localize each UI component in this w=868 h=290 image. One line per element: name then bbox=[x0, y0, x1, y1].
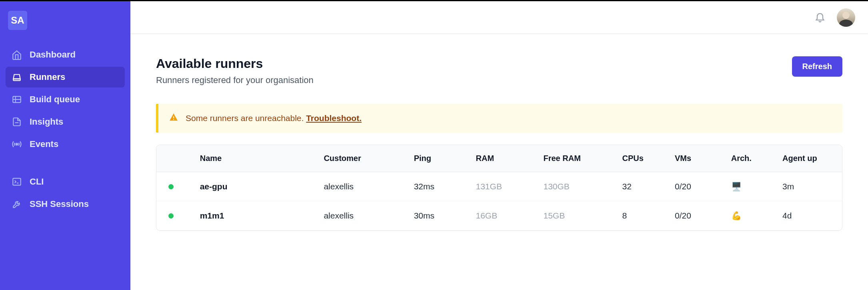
notifications-button[interactable] bbox=[813, 10, 827, 25]
col-ping: Ping bbox=[406, 145, 468, 172]
cell-vms: 0/20 bbox=[667, 172, 723, 201]
cell-agent-up: 3m bbox=[774, 172, 842, 201]
cell-agent-up: 4d bbox=[774, 201, 842, 230]
page-title: Available runners bbox=[156, 56, 314, 71]
cell-arch: 💪 bbox=[723, 201, 774, 230]
cell-customer: alexellis bbox=[316, 201, 406, 230]
svg-rect-6 bbox=[13, 178, 21, 185]
col-cpus: CPUs bbox=[614, 145, 667, 172]
col-arch: Arch. bbox=[723, 145, 774, 172]
cell-name: m1m1 bbox=[192, 201, 316, 230]
brand-logo[interactable]: SA bbox=[8, 11, 27, 30]
page-header: Available runners Runners registered for… bbox=[156, 56, 842, 85]
table-row[interactable]: ae-gpu alexellis 32ms 131GB 130GB 32 0/2… bbox=[156, 172, 842, 201]
alert-message: Some runners are unreachable. bbox=[186, 113, 306, 123]
cell-ram: 16GB bbox=[468, 201, 536, 230]
file-icon bbox=[11, 116, 22, 127]
svg-point-5 bbox=[16, 143, 18, 145]
home-icon bbox=[11, 49, 22, 60]
alert-banner: Some runners are unreachable. Troublesho… bbox=[156, 104, 842, 133]
broadcast-icon bbox=[11, 139, 22, 150]
col-name: Name bbox=[192, 145, 316, 172]
status-dot-icon bbox=[168, 213, 174, 218]
cell-free-ram: 130GB bbox=[535, 172, 614, 201]
cell-free-ram: 15GB bbox=[535, 201, 614, 230]
page-subtitle: Runners registered for your organisation bbox=[156, 75, 314, 85]
sidebar-item-label: Insights bbox=[30, 117, 63, 127]
sidebar-item-cli[interactable]: CLI bbox=[6, 171, 125, 192]
runners-table: Name Customer Ping RAM Free RAM CPUs VMs… bbox=[156, 145, 842, 231]
sidebar-item-label: Events bbox=[30, 139, 58, 149]
cell-customer: alexellis bbox=[316, 172, 406, 201]
cell-vms: 0/20 bbox=[667, 201, 723, 230]
sidebar-item-label: CLI bbox=[30, 177, 44, 187]
bell-icon bbox=[814, 11, 826, 24]
sidebar-item-label: SSH Sessions bbox=[30, 199, 89, 209]
sidebar-item-ssh-sessions[interactable]: SSH Sessions bbox=[6, 194, 125, 215]
sidebar-item-label: Dashboard bbox=[30, 50, 76, 60]
sidebar-group-main: Dashboard Runners Build queue Insights E… bbox=[6, 44, 125, 155]
sidebar-item-dashboard[interactable]: Dashboard bbox=[6, 44, 125, 65]
cell-ping: 30ms bbox=[406, 201, 468, 230]
sidebar-item-label: Build queue bbox=[30, 94, 80, 105]
svg-rect-8 bbox=[173, 116, 174, 118]
svg-rect-9 bbox=[173, 119, 174, 120]
cell-cpus: 32 bbox=[614, 172, 667, 201]
wrench-icon bbox=[11, 199, 22, 210]
col-agent-up: Agent up bbox=[774, 145, 842, 172]
alert-text: Some runners are unreachable. Troublesho… bbox=[186, 113, 362, 123]
sidebar-item-build-queue[interactable]: Build queue bbox=[6, 89, 125, 110]
cell-cpus: 8 bbox=[614, 201, 667, 230]
disk-icon bbox=[11, 72, 22, 83]
content-area: Available runners Runners registered for… bbox=[130, 34, 868, 290]
col-free-ram: Free RAM bbox=[535, 145, 614, 172]
col-vms: VMs bbox=[667, 145, 723, 172]
sidebar-group-secondary: CLI SSH Sessions bbox=[6, 171, 125, 215]
table-header-row: Name Customer Ping RAM Free RAM CPUs VMs… bbox=[156, 145, 842, 172]
col-customer: Customer bbox=[316, 145, 406, 172]
alert-troubleshoot-link[interactable]: Troubleshoot. bbox=[306, 113, 362, 123]
sidebar-item-label: Runners bbox=[30, 72, 65, 82]
col-ram: RAM bbox=[468, 145, 536, 172]
sidebar-item-events[interactable]: Events bbox=[6, 134, 125, 155]
table-row[interactable]: m1m1 alexellis 30ms 16GB 15GB 8 0/20 💪 4… bbox=[156, 201, 842, 230]
refresh-button[interactable]: Refresh bbox=[792, 56, 842, 77]
sidebar-item-runners[interactable]: Runners bbox=[6, 67, 125, 87]
grid-icon bbox=[11, 94, 22, 105]
user-avatar[interactable] bbox=[837, 8, 855, 27]
cell-ping: 32ms bbox=[406, 172, 468, 201]
sidebar: SA Dashboard Runners Build queue Insight… bbox=[0, 1, 130, 290]
status-dot-icon bbox=[168, 184, 174, 189]
cell-arch: 🖥️ bbox=[723, 172, 774, 201]
terminal-icon bbox=[11, 176, 22, 187]
top-bar bbox=[130, 1, 868, 34]
cell-name: ae-gpu bbox=[192, 172, 316, 201]
warning-icon bbox=[169, 113, 178, 124]
main-pane: Available runners Runners registered for… bbox=[130, 1, 868, 290]
svg-rect-0 bbox=[13, 79, 20, 80]
sidebar-item-insights[interactable]: Insights bbox=[6, 111, 125, 132]
cell-ram: 131GB bbox=[468, 172, 536, 201]
